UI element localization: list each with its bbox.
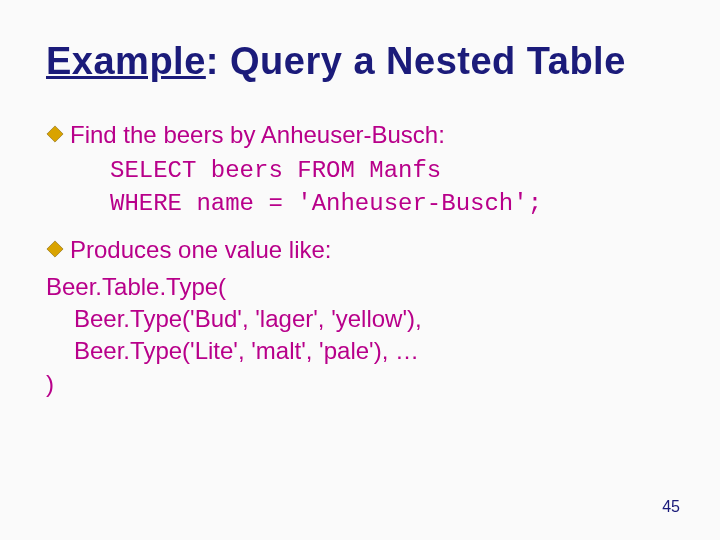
diamond-bullet-icon [46,240,64,258]
body-line-2: Beer.Type('Bud', 'lager', 'yellow'), [74,303,674,335]
bullet-2: Produces one value like: [46,234,674,266]
title-word-example: Example [46,40,206,82]
code-line-1: SELECT beers FROM Manfs [110,155,674,187]
page-number: 45 [662,498,680,516]
body-line-4: ) [46,368,674,400]
svg-marker-1 [47,241,63,257]
bullet-1: Find the beers by Anheuser-Busch: [46,119,674,151]
svg-marker-0 [47,126,63,142]
code-line-2: WHERE name = 'Anheuser-Busch'; [110,188,674,220]
bullet-1-text: Find the beers by Anheuser-Busch: [70,119,445,151]
body-line-1: Beer.Table.Type( [46,271,674,303]
title-rest: : Query a Nested Table [206,40,626,82]
diamond-bullet-icon [46,125,64,143]
slide: Example: Query a Nested Table Find the b… [0,0,720,540]
bullet-2-text: Produces one value like: [70,234,332,266]
slide-title: Example: Query a Nested Table [46,40,674,83]
body-line-3: Beer.Type('Lite', 'malt', 'pale'), … [74,335,674,367]
